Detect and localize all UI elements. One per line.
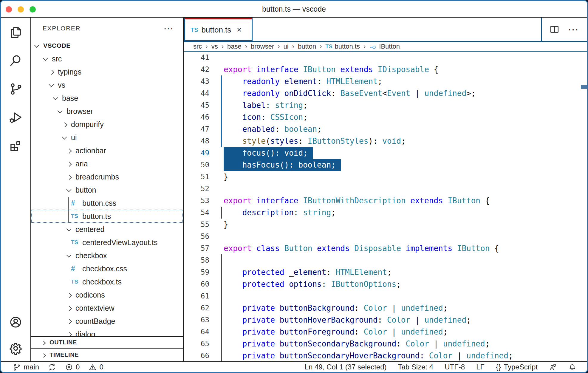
- code-editor[interactable]: 4142export interface IButton extends IDi…: [184, 52, 587, 361]
- code-token: protected: [242, 280, 284, 289]
- explorer-icon[interactable]: [1, 18, 30, 47]
- source-control-icon[interactable]: [1, 75, 30, 103]
- tab-button-ts[interactable]: TS button.ts ×: [184, 18, 253, 41]
- code-text: protected _element: HTMLElement;: [224, 266, 392, 278]
- breadcrumb-item-base[interactable]: base: [227, 43, 242, 50]
- tree-item-vs[interactable]: vs: [31, 78, 183, 92]
- tree-item-checkbox.css[interactable]: #checkbox.css: [31, 262, 183, 275]
- tree-item-label: checkbox.ts: [82, 278, 122, 286]
- tree-item-codicons[interactable]: codicons: [31, 288, 183, 301]
- code-token: [224, 280, 242, 289]
- status-tab-size[interactable]: Tab Size: 4: [398, 363, 433, 371]
- status-branch[interactable]: main: [13, 363, 39, 371]
- breadcrumb-separator: ›: [278, 43, 280, 50]
- tree-item-VSCODE[interactable]: VSCODE: [31, 39, 183, 52]
- extensions-icon[interactable]: [1, 131, 30, 160]
- line-number: 48: [184, 135, 224, 147]
- tree-item-base[interactable]: base: [31, 92, 183, 105]
- tree-item-actionbar[interactable]: actionbar: [31, 144, 183, 157]
- code-token: options: [289, 280, 322, 289]
- tree-item-countBadge[interactable]: countBadge: [31, 315, 183, 328]
- code-token: [224, 77, 242, 86]
- status-language[interactable]: {}TypeScript: [496, 363, 538, 371]
- line-number: 66: [184, 350, 224, 361]
- scrollbar-thumb[interactable]: [581, 85, 587, 89]
- code-token: :: [420, 351, 429, 360]
- breadcrumb-item-button[interactable]: button: [298, 43, 316, 50]
- chevron-right-icon: [67, 162, 72, 167]
- split-editor-icon[interactable]: [549, 24, 560, 35]
- sidebar-title: EXPLORER: [43, 25, 81, 32]
- tree-item-contextview[interactable]: contextview: [31, 301, 183, 315]
- timeline-label: TIMELINE: [49, 352, 79, 358]
- tree-item-dialog[interactable]: dialog: [31, 328, 183, 336]
- tree-item-button[interactable]: button: [31, 183, 183, 196]
- code-token: ;: [396, 280, 401, 289]
- code-token: [298, 196, 303, 205]
- code-token: IButtonOptions: [331, 280, 396, 289]
- tree-item-checkbox.ts[interactable]: TScheckbox.ts: [31, 275, 183, 288]
- zoom-window-button[interactable]: [30, 6, 36, 13]
- status-errors[interactable]: 0: [65, 363, 80, 371]
- sidebar-more-actions-icon[interactable]: ⋯: [163, 25, 174, 31]
- tree-item-button.ts[interactable]: TSbutton.ts: [31, 210, 183, 223]
- breadcrumb-item-ui[interactable]: ui: [284, 43, 289, 50]
- code-token: |: [410, 315, 424, 324]
- indent-guide: [221, 87, 222, 99]
- status-encoding[interactable]: UTF-8: [445, 363, 465, 371]
- status-warnings[interactable]: 0: [89, 363, 103, 371]
- code-token: boolean: [298, 160, 331, 169]
- tree-item-checkbox[interactable]: checkbox: [31, 249, 183, 262]
- status-eol[interactable]: LF: [476, 363, 485, 371]
- tree-item-browser[interactable]: browser: [31, 105, 183, 118]
- status-sync[interactable]: [48, 363, 56, 371]
- more-actions-icon[interactable]: ⋯: [568, 28, 579, 31]
- tree-item-typings[interactable]: typings: [31, 65, 183, 78]
- close-tab-icon[interactable]: ×: [237, 25, 242, 35]
- breadcrumb-item-browser[interactable]: browser: [251, 43, 274, 50]
- code-line-41: 41: [184, 52, 587, 64]
- status-cursor-position[interactable]: Ln 49, Col 1 (37 selected): [305, 363, 387, 371]
- code-token: styles: [270, 137, 298, 146]
- tree-item-centeredViewLayout.ts[interactable]: TScenteredViewLayout.ts: [31, 236, 183, 249]
- code-token: [224, 148, 242, 157]
- code-token: IButton: [457, 244, 490, 253]
- outline-section-header[interactable]: OUTLINE: [31, 336, 183, 348]
- tree-item-ui[interactable]: ui: [31, 131, 183, 144]
- code-token: ;: [303, 113, 308, 122]
- account-icon[interactable]: [1, 309, 30, 335]
- code-token: {: [480, 196, 490, 205]
- chevron-down-icon: [43, 56, 48, 61]
- code-token: buttonSecondaryHoverBackground: [280, 351, 420, 360]
- tree-item-button.css[interactable]: #button.css: [31, 196, 183, 210]
- breadcrumb-separator: ›: [205, 43, 208, 50]
- close-window-button[interactable]: [6, 6, 12, 13]
- scrollbar-track[interactable]: [580, 52, 587, 361]
- timeline-section-header[interactable]: TIMELINE: [31, 348, 183, 361]
- breadcrumb-item-src[interactable]: src: [193, 43, 202, 50]
- tree-item-src[interactable]: src: [31, 52, 183, 65]
- tree-item-centered[interactable]: centered: [31, 223, 183, 236]
- code-token: undefined: [443, 339, 485, 348]
- breadcrumb-item-vs[interactable]: vs: [211, 43, 218, 50]
- status-feedback[interactable]: [549, 363, 557, 371]
- code-token: :: [326, 268, 335, 277]
- indent-guide: [221, 254, 222, 266]
- breadcrumb-separator: ›: [292, 43, 294, 50]
- breadcrumb-item-button.ts[interactable]: button.ts: [335, 43, 360, 50]
- tree-item-breadcrumbs[interactable]: breadcrumbs: [31, 170, 183, 183]
- tree-item-aria[interactable]: aria: [31, 157, 183, 170]
- code-token: Color: [429, 351, 452, 360]
- code-token: [224, 89, 242, 98]
- code-text: private buttonSecondaryHoverBackground: …: [224, 350, 513, 361]
- breadcrumb-item-IButton[interactable]: IButton: [379, 43, 400, 50]
- settings-gear-icon[interactable]: [1, 335, 30, 361]
- status-notifications[interactable]: [568, 363, 576, 371]
- code-token: onDidClick: [284, 89, 331, 98]
- tree-item-dompurify[interactable]: dompurify: [31, 118, 183, 131]
- run-and-debug-icon[interactable]: [1, 103, 30, 131]
- minimize-window-button[interactable]: [18, 6, 24, 13]
- search-icon[interactable]: [1, 47, 30, 75]
- line-number: 52: [184, 183, 224, 195]
- tree-item-label: contextview: [75, 304, 114, 312]
